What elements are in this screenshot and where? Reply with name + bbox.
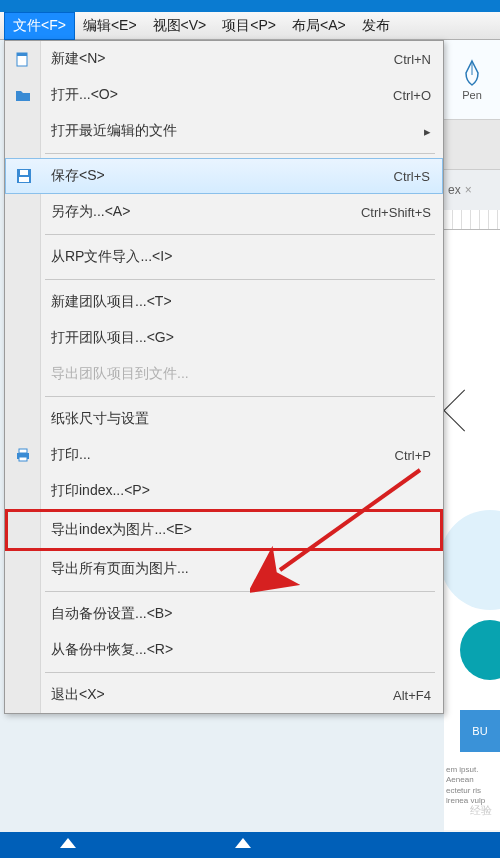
menu-label: 新建团队项目...<T> <box>51 293 431 311</box>
pen-tool[interactable]: Pen <box>444 40 500 120</box>
menu-separator <box>45 396 435 397</box>
svg-rect-1 <box>17 53 27 56</box>
canvas-area[interactable]: BU em ipsut. Aenean ectetur ris lrenea v… <box>444 230 500 830</box>
menu-shortcut: Ctrl+O <box>393 88 431 103</box>
ruler <box>444 210 500 230</box>
menu-shortcut: Ctrl+Shift+S <box>361 205 431 220</box>
menu-item-new[interactable]: 新建<N> Ctrl+N <box>5 41 443 77</box>
new-file-icon <box>13 49 33 69</box>
menu-bar: 文件<F> 编辑<E> 视图<V> 项目<P> 布局<A> 发布 <box>0 12 500 40</box>
menu-item-save[interactable]: 保存<S> Ctrl+S <box>5 158 443 194</box>
menu-item-print-index[interactable]: 打印index...<P> <box>5 473 443 509</box>
menu-item-restore-backup[interactable]: 从备份中恢复...<R> <box>5 632 443 668</box>
menu-label: 打开最近编辑的文件 <box>51 122 424 140</box>
menu-item-page-setup[interactable]: 纸张尺寸与设置 <box>5 401 443 437</box>
menu-label: 打开...<O> <box>51 86 393 104</box>
file-menu-dropdown: 新建<N> Ctrl+N 打开...<O> Ctrl+O 打开最近编辑的文件 ▸… <box>4 40 444 714</box>
menu-item-auto-backup[interactable]: 自动备份设置...<B> <box>5 596 443 632</box>
menu-label: 导出index为图片...<E> <box>51 521 428 539</box>
menu-separator <box>45 591 435 592</box>
pane-strip <box>444 120 500 170</box>
menu-item-open-team[interactable]: 打开团队项目...<G> <box>5 320 443 356</box>
watermark: 经验 <box>470 803 492 818</box>
menu-label: 保存<S> <box>51 167 394 185</box>
menu-label: 从RP文件导入...<I> <box>51 248 431 266</box>
menu-edit[interactable]: 编辑<E> <box>75 13 145 39</box>
menu-label: 自动备份设置...<B> <box>51 605 431 623</box>
close-icon[interactable]: × <box>465 183 472 197</box>
menu-project[interactable]: 项目<P> <box>214 13 284 39</box>
bottom-bar <box>0 832 500 858</box>
menu-separator <box>45 672 435 673</box>
print-icon <box>13 445 33 465</box>
submenu-arrow-icon: ▸ <box>424 124 431 139</box>
canvas-shape-line <box>444 289 465 431</box>
menu-separator <box>45 234 435 235</box>
svg-rect-7 <box>19 457 27 461</box>
menu-layout[interactable]: 布局<A> <box>284 13 354 39</box>
menu-label: 导出团队项目到文件... <box>51 365 431 383</box>
menu-shortcut: Ctrl+N <box>394 52 431 67</box>
menu-label: 打印... <box>51 446 395 464</box>
menu-item-new-team[interactable]: 新建团队项目...<T> <box>5 284 443 320</box>
menu-item-exit[interactable]: 退出<X> Alt+F4 <box>5 677 443 713</box>
canvas-shape-circle <box>460 620 500 680</box>
save-icon <box>14 166 34 186</box>
menu-shortcut: Ctrl+S <box>394 169 430 184</box>
canvas-button[interactable]: BU <box>460 710 500 752</box>
menu-item-open[interactable]: 打开...<O> Ctrl+O <box>5 77 443 113</box>
menu-item-export-all-images[interactable]: 导出所有页面为图片... <box>5 551 443 587</box>
canvas-text: em ipsut. Aenean ectetur ris lrenea vulp <box>446 765 498 807</box>
menu-separator <box>45 279 435 280</box>
menu-label: 打开团队项目...<G> <box>51 329 431 347</box>
menu-label: 新建<N> <box>51 50 394 68</box>
menu-item-print[interactable]: 打印... Ctrl+P <box>5 437 443 473</box>
menu-label: 打印index...<P> <box>51 482 431 500</box>
menu-item-export-team: 导出团队项目到文件... <box>5 356 443 392</box>
right-pane: Pen ex × BU em ipsut. Aenean ectetur ris… <box>444 40 500 858</box>
menu-separator <box>45 153 435 154</box>
menu-view[interactable]: 视图<V> <box>145 13 215 39</box>
menu-file[interactable]: 文件<F> <box>4 12 75 40</box>
pen-icon <box>460 59 484 87</box>
menu-item-open-recent[interactable]: 打开最近编辑的文件 ▸ <box>5 113 443 149</box>
menu-publish[interactable]: 发布 <box>354 13 398 39</box>
menu-label: 从备份中恢复...<R> <box>51 641 431 659</box>
menu-shortcut: Ctrl+P <box>395 448 431 463</box>
tab-label: ex <box>448 183 461 197</box>
menu-label: 另存为...<A> <box>51 203 361 221</box>
svg-rect-3 <box>20 170 28 175</box>
menu-label: 导出所有页面为图片... <box>51 560 431 578</box>
document-tab[interactable]: ex × <box>444 170 500 210</box>
menu-item-save-as[interactable]: 另存为...<A> Ctrl+Shift+S <box>5 194 443 230</box>
canvas-shape-circle <box>444 510 500 610</box>
pen-tool-label: Pen <box>462 89 482 101</box>
canvas-shape-line <box>444 389 465 531</box>
window-title-bar <box>0 0 500 12</box>
menu-shortcut: Alt+F4 <box>393 688 431 703</box>
menu-item-import-rp[interactable]: 从RP文件导入...<I> <box>5 239 443 275</box>
menu-label: 退出<X> <box>51 686 393 704</box>
folder-open-icon <box>13 85 33 105</box>
svg-rect-6 <box>19 449 27 453</box>
svg-rect-4 <box>19 177 29 182</box>
menu-label: 纸张尺寸与设置 <box>51 410 431 428</box>
menu-item-export-index-image[interactable]: 导出index为图片...<E> <box>5 509 443 551</box>
